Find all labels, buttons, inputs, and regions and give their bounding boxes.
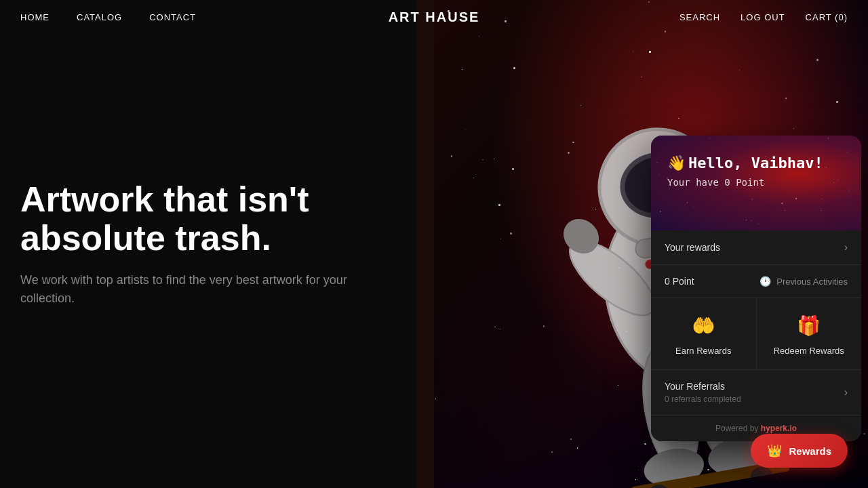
your-rewards-label: Your rewards	[665, 242, 720, 253]
points-row[interactable]: 0 Point 🕐 Previous Activities	[651, 265, 861, 298]
referrals-chevron-icon: ›	[844, 386, 848, 399]
earn-rewards-card[interactable]: 🤲 Earn Rewards	[651, 298, 756, 369]
redeem-rewards-label: Redeem Rewards	[774, 346, 844, 356]
brand-logo: ART HAUSE	[389, 9, 480, 24]
rewards-panel-header: 👋Hello, Vaibhav! Your have 0 Point	[651, 136, 861, 230]
earn-rewards-icon: 🤲	[690, 312, 717, 339]
rewards-greeting: 👋Hello, Vaibhav!	[667, 155, 845, 171]
nav-search[interactable]: SEARCH	[679, 12, 720, 22]
rewards-floating-button[interactable]: 👑 Rewards	[751, 434, 848, 468]
your-rewards-row[interactable]: Your rewards ›	[651, 230, 861, 265]
referrals-title: Your Referrals	[665, 381, 741, 392]
navbar: HOME CATALOG CONTACT ART HAUSE SEARCH LO…	[0, 0, 868, 34]
referrals-subtitle: 0 referrals completed	[665, 394, 741, 404]
nav-catalog[interactable]: CATALOG	[77, 12, 122, 22]
nav-logout[interactable]: LOG OUT	[741, 12, 785, 22]
rewards-button-label: Rewards	[789, 445, 831, 457]
referrals-content: Your Referrals 0 referrals completed	[665, 381, 741, 404]
rewards-panel-body: Your rewards › 0 Point 🕐 Previous Activi…	[651, 230, 861, 441]
previous-activities-area: 🕐 Previous Activities	[760, 276, 848, 287]
rewards-button-icon: 👑	[767, 443, 782, 458]
redeem-rewards-card[interactable]: 🎁 Redeem Rewards	[757, 298, 862, 369]
rewards-action-cards: 🤲 Earn Rewards 🎁 Redeem Rewards	[651, 298, 861, 370]
hero-subtitle: We work with top artists to find the ver…	[20, 271, 373, 308]
chevron-right-icon: ›	[844, 241, 848, 253]
earn-rewards-label: Earn Rewards	[675, 346, 731, 356]
points-value-label: 0 Point	[665, 276, 694, 287]
hero-text-area: Artwork that isn't absolute trash. We wo…	[20, 180, 373, 308]
nav-cart[interactable]: CART (0)	[806, 12, 848, 22]
hero-title: Artwork that isn't absolute trash.	[20, 180, 373, 258]
referrals-row[interactable]: Your Referrals 0 referrals completed ›	[651, 370, 861, 415]
nav-home[interactable]: HOME	[20, 12, 50, 22]
wave-icon: 👋	[667, 155, 686, 171]
rewards-panel: 👋Hello, Vaibhav! Your have 0 Point Your …	[651, 136, 861, 441]
redeem-rewards-icon: 🎁	[795, 312, 823, 339]
nav-contact[interactable]: CONTACT	[149, 12, 196, 22]
previous-activities-label: Previous Activities	[776, 277, 848, 287]
hyperk-link[interactable]: hyperk.io	[761, 424, 797, 433]
history-icon: 🕐	[760, 276, 771, 287]
powered-by-text: Powered by	[715, 424, 761, 433]
rewards-points-display: Your have 0 Point	[667, 177, 845, 188]
